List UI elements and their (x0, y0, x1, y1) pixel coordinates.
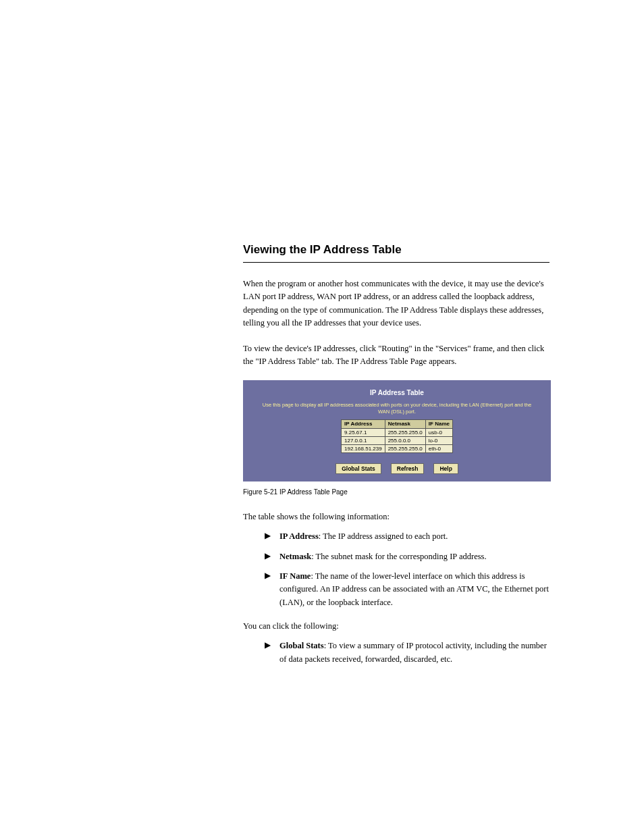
list-item: ▶ IP Address: The IP address assigned to… (265, 530, 549, 543)
triangle-bullet-icon: ▶ (265, 570, 279, 609)
global-stats-button[interactable]: Global Stats (336, 463, 381, 474)
list-intro: The table shows the following informatio… (243, 512, 549, 522)
figure-wrap: IP Address Table Use this page to displa… (243, 380, 549, 496)
cell-ip: 192.168.51.239 (342, 444, 385, 452)
section-rule (243, 262, 549, 263)
table-header-row: IP Address Netmask IF Name (342, 419, 453, 428)
list-item-term: IP Address (279, 531, 319, 541)
list-item: ▶ IF Name: The name of the lower-level i… (265, 570, 549, 609)
col-if-name: IF Name (425, 419, 452, 428)
figure-panel-desc: Use this page to display all IP addresse… (243, 396, 551, 419)
cell-mask: 255.255.255.0 (385, 444, 425, 452)
table-row: 127.0.0.1 255.0.0.0 lo-0 (342, 436, 453, 444)
triangle-bullet-icon: ▶ (265, 530, 279, 543)
refresh-button[interactable]: Refresh (391, 463, 425, 474)
cell-mask: 255.255.255.0 (385, 428, 425, 436)
figure-panel-title: IP Address Table (243, 380, 551, 396)
to-view-paragraph: To view the device's IP addresses, click… (243, 342, 549, 369)
figure-panel: IP Address Table Use this page to displa… (243, 380, 551, 481)
cell-ip: 9.25.67.1 (342, 428, 385, 436)
triangle-bullet-icon: ▶ (265, 550, 279, 563)
cell-ip: 127.0.0.1 (342, 436, 385, 444)
list-item-desc: : The IP address assigned to each port. (319, 531, 448, 541)
table-row: 192.168.51.239 255.255.255.0 eth-0 (342, 444, 453, 452)
cell-ifname: eth-0 (425, 444, 452, 452)
cell-mask: 255.0.0.0 (385, 436, 425, 444)
list-item-text: Global Stats: To view a summary of IP pr… (279, 640, 549, 666)
list-item-text: IF Name: The name of the lower-level int… (279, 570, 549, 609)
list-item-text: IP Address: The IP address assigned to e… (279, 530, 549, 543)
ip-address-table: IP Address Netmask IF Name 9.25.67.1 255… (341, 419, 453, 453)
figure-button-row: Global Stats Refresh Help (243, 461, 551, 474)
col-netmask: Netmask (385, 419, 425, 428)
list-item-term: Netmask (279, 552, 311, 561)
action-intro: You can click the following: (243, 621, 549, 631)
section-title: Viewing the IP Address Table (243, 243, 549, 257)
list-item-text: Netmask: The subnet mask for the corresp… (279, 550, 549, 563)
intro-paragraph: When the program or another host communi… (243, 278, 549, 330)
col-ip-address: IP Address (342, 419, 385, 428)
help-button[interactable]: Help (433, 463, 458, 474)
list-item-desc: : The subnet mask for the corresponding … (311, 552, 486, 561)
cell-ifname: usb-0 (425, 428, 452, 436)
triangle-bullet-icon: ▶ (265, 640, 279, 666)
list-item: ▶ Global Stats: To view a summary of IP … (265, 640, 549, 666)
list-item-term: IF Name (279, 571, 311, 581)
figure-caption: Figure 5-21 IP Address Table Page (243, 488, 549, 496)
table-row: 9.25.67.1 255.255.255.0 usb-0 (342, 428, 453, 436)
list-item-desc: : The name of the lower-level interface … (279, 571, 549, 607)
list-item: ▶ Netmask: The subnet mask for the corre… (265, 550, 549, 563)
list-item-term: Global Stats (279, 641, 324, 650)
cell-ifname: lo-0 (425, 436, 452, 444)
